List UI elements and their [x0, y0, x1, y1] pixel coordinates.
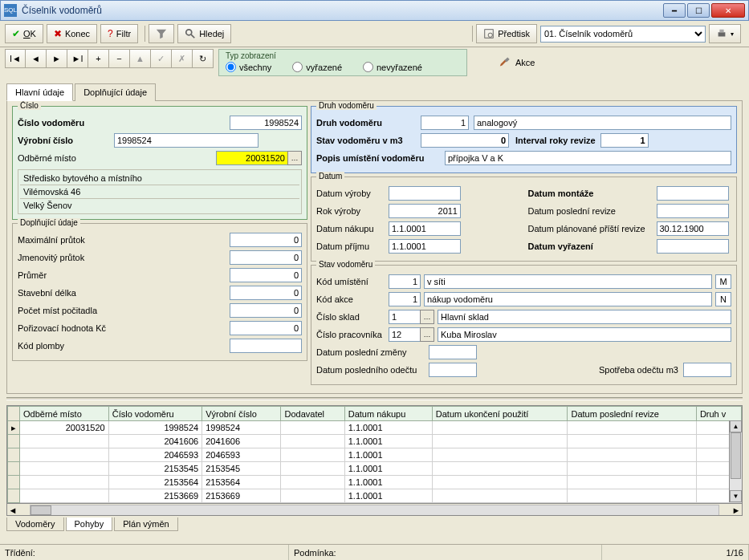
cislo-prac-lookup[interactable]: … [420, 327, 434, 342]
table-row[interactable]: 204160620416061.1.0001 [8, 435, 742, 448]
grid-column-header[interactable]: Druh v [696, 407, 741, 421]
nav-add[interactable]: + [88, 49, 109, 68]
kod-plomby-field[interactable] [230, 339, 302, 353]
table-row[interactable]: ▸20031520199852419985241.1.0001 [8, 421, 742, 435]
cislo-prac-text[interactable] [438, 327, 731, 342]
datum-vyrazeni-field[interactable] [657, 239, 729, 254]
stav-m3-field[interactable] [421, 133, 509, 148]
printer-icon [716, 28, 727, 39]
grid-column-header[interactable]: Výrobní číslo [202, 407, 281, 421]
grid-vertical-scrollbar[interactable]: ▲ ▼ [729, 420, 742, 502]
rok-vyroby-field[interactable] [389, 204, 461, 218]
predtisk-select[interactable]: 01. Číselník vodoměrů [540, 26, 706, 43]
cislo-sklad-field[interactable] [389, 310, 421, 324]
tab-hlavni-udaje[interactable]: Hlavní údaje [6, 83, 73, 101]
datum-odectu-field[interactable] [429, 363, 477, 377]
datum-zmeny-field[interactable] [429, 345, 477, 359]
kod-umisteni-sfx[interactable] [715, 274, 731, 289]
interval-field[interactable] [600, 133, 649, 148]
print-button[interactable]: ▾ [709, 24, 741, 43]
radio-nevyrazene[interactable]: nevyřazené [363, 62, 422, 72]
cislo-prac-field[interactable] [389, 327, 421, 342]
minimize-button[interactable]: ━ [663, 3, 686, 18]
kod-akce-field[interactable] [389, 292, 421, 306]
filtr-button[interactable]: ?Filtr [100, 24, 138, 43]
grid-column-header[interactable]: Číslo vodoměru [108, 407, 202, 421]
nav-next[interactable]: ► [47, 49, 67, 68]
odberne-misto-lookup[interactable]: … [287, 151, 302, 165]
grid-column-header[interactable]: Dodavatel [281, 407, 344, 421]
pocet-mist-field[interactable] [230, 303, 302, 318]
cislo-vodomeru-field[interactable] [230, 116, 302, 130]
tab-doplnujici-udaje[interactable]: Doplňující údaje [75, 83, 156, 101]
stav-delka-label: Stavební délka [18, 288, 122, 298]
cislo-sklad-text[interactable] [438, 310, 731, 324]
akce-button[interactable]: Akce [499, 57, 535, 68]
jmen-prutok-field[interactable] [230, 250, 302, 265]
max-prutok-field[interactable] [230, 233, 302, 247]
grid-horizontal-scrollbar[interactable]: ◄ ► [7, 503, 742, 516]
table-row[interactable]: 215354521535451.1.0001 [8, 462, 742, 476]
scroll-thumb[interactable] [731, 432, 741, 479]
grid-column-header[interactable]: Datum ukončení použití [432, 407, 568, 421]
druh-text-field[interactable] [474, 116, 731, 130]
kod-umisteni-field[interactable] [389, 274, 421, 289]
nav-post[interactable]: ✓ [151, 49, 172, 68]
poriz-hodnota-field[interactable] [230, 321, 302, 335]
druh-legend: Druh vodoměru [316, 101, 377, 110]
table-row[interactable]: 204659320465931.1.0001 [8, 448, 742, 462]
radio-vsechny[interactable]: všechny [226, 62, 271, 72]
spotreba-field[interactable] [683, 363, 731, 377]
nav-last[interactable]: ►I [67, 49, 88, 68]
druh-kod-field[interactable] [421, 116, 469, 130]
nav-refresh[interactable]: ↻ [193, 49, 214, 68]
hledej-button[interactable]: Hledej [177, 24, 231, 43]
odberne-misto-field[interactable] [216, 151, 288, 165]
stav-delka-field[interactable] [230, 286, 302, 300]
maximize-button[interactable]: ☐ [687, 3, 710, 18]
window-titlebar: SQL Číselník vodoměrů ━ ☐ ✕ [0, 0, 749, 21]
scroll-up-arrow[interactable]: ▲ [730, 420, 742, 432]
ok-button[interactable]: ✔OOKK [5, 24, 43, 43]
popis-umisteni-field[interactable] [445, 151, 731, 165]
radio-vyrazene[interactable]: vyřazené [292, 62, 342, 72]
tab-vodomery[interactable]: Vodoměry [6, 517, 64, 531]
vyrobni-cislo-field[interactable] [114, 133, 258, 148]
datum-plan-revize-field[interactable] [657, 221, 729, 236]
tab-plan-vymen[interactable]: Plán výměn [114, 517, 177, 531]
prumer-field[interactable] [230, 268, 302, 282]
nav-cancel[interactable]: ✗ [172, 49, 193, 68]
datum-pos-revize-field[interactable] [657, 204, 729, 218]
datum-legend: Datum [316, 172, 344, 181]
kod-akce-label: Kód akce [316, 294, 389, 304]
grid-column-header[interactable]: Datum nákupu [344, 407, 432, 421]
panel-divider[interactable] [6, 397, 743, 400]
datum-nakupu-field[interactable] [389, 221, 461, 236]
nav-edit[interactable]: ▲ [130, 49, 151, 68]
cislo-sklad-lookup[interactable]: … [420, 310, 434, 324]
jmen-prutok-label: Jmenovitý průtok [18, 253, 122, 262]
tab-pohyby[interactable]: Pohyby [66, 517, 113, 531]
grid-column-header[interactable]: Datum poslední revize [568, 407, 696, 421]
main-toolbar: ✔OOKK ✖Konec ?Filtr Hledej Předtisk 01. … [0, 21, 749, 47]
kod-akce-sfx[interactable] [715, 292, 731, 306]
konec-button[interactable]: ✖Konec [47, 24, 97, 43]
data-grid[interactable]: Odběrné místoČíslo vodoměruVýrobní číslo… [6, 405, 743, 516]
stav-m3-label: Stav vodoměru v m3 [316, 136, 421, 145]
datum-montaze-field[interactable] [657, 186, 729, 201]
scroll-down-arrow[interactable]: ▼ [730, 490, 742, 502]
datum-prijmu-field[interactable] [389, 239, 461, 254]
nav-prev[interactable]: ◄ [26, 49, 47, 68]
close-button[interactable]: ✕ [711, 3, 745, 18]
table-row[interactable]: 215366921536691.1.0001 [8, 489, 742, 503]
table-row[interactable]: 215356421535641.1.0001 [8, 476, 742, 489]
nav-delete[interactable]: − [109, 49, 130, 68]
vyrobni-cislo-label: Výrobní číslo [18, 136, 114, 145]
nav-first[interactable]: I◄ [5, 49, 26, 68]
filter-icon-button[interactable] [149, 24, 174, 43]
kod-akce-text[interactable] [424, 292, 712, 306]
grid-column-header[interactable]: Odběrné místo [20, 407, 109, 421]
predtisk-button[interactable]: Předtisk [476, 24, 537, 43]
kod-umisteni-text[interactable] [424, 274, 712, 289]
datum-vyroby-field[interactable] [389, 186, 461, 201]
